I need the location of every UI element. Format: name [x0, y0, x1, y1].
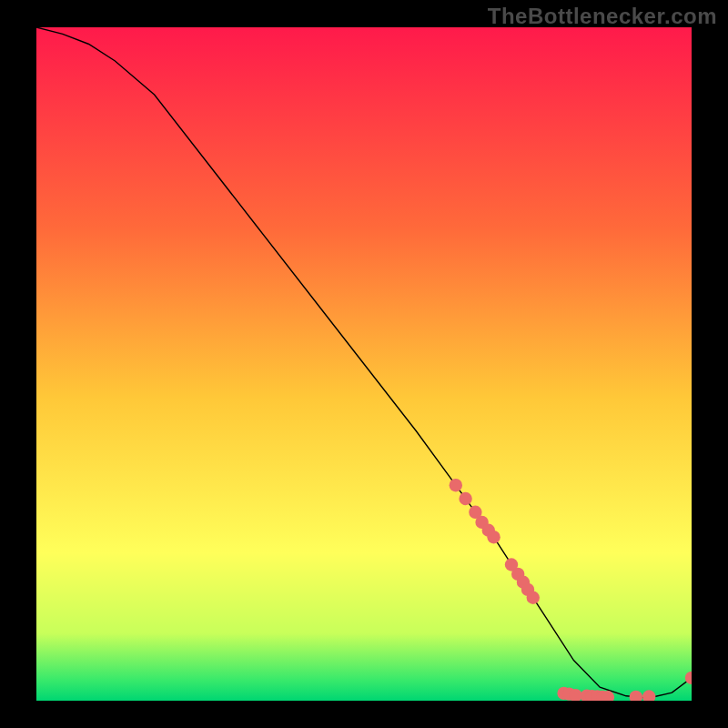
- data-marker: [450, 479, 462, 491]
- data-marker: [487, 531, 500, 543]
- data-marker: [459, 492, 471, 505]
- data-marker: [527, 592, 540, 604]
- plot-area: [36, 27, 692, 701]
- chart-svg: [36, 27, 692, 701]
- watermark-text: TheBottlenecker.com: [488, 4, 717, 29]
- chart-frame: TheBottlenecker.com: [0, 0, 728, 728]
